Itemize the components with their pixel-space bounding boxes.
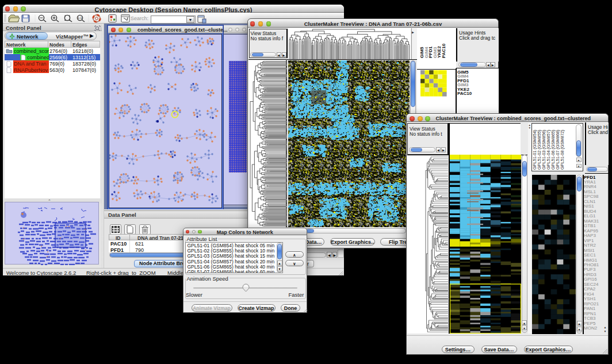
svg-text:1:1: 1:1 xyxy=(78,16,82,20)
svg-text:Search:: Search: xyxy=(131,16,148,21)
svg-text:GPL51-08 (GSM872): GPL51-08 (GSM872) xyxy=(560,129,565,170)
svg-text:PAC10: PAC10 xyxy=(441,43,446,58)
